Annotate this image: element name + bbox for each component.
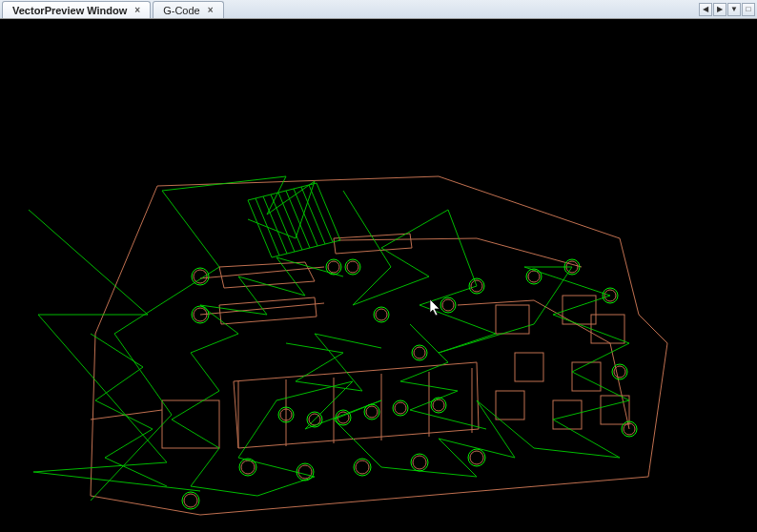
chevron-right-icon: ▶	[717, 5, 723, 13]
svg-point-30	[356, 460, 369, 474]
svg-point-58	[182, 492, 199, 509]
svg-point-17	[528, 271, 540, 282]
svg-rect-5	[572, 362, 601, 391]
svg-point-33	[184, 494, 197, 507]
svg-rect-7	[553, 400, 582, 429]
svg-point-12	[347, 261, 358, 273]
svg-point-11	[328, 261, 339, 273]
close-icon[interactable]: ×	[206, 6, 215, 15]
maximize-button[interactable]: □	[742, 3, 755, 16]
svg-point-13	[376, 309, 387, 320]
svg-point-29	[298, 465, 312, 479]
tab-bar: VectorPreview Window × G-Code × ◀ ▶ ▼ □	[0, 0, 757, 19]
svg-rect-1	[496, 305, 529, 334]
svg-point-55	[354, 459, 371, 476]
svg-rect-6	[496, 391, 524, 419]
tab-vector-preview[interactable]: VectorPreview Window ×	[2, 1, 151, 18]
svg-point-15	[442, 299, 454, 311]
svg-point-27	[433, 399, 444, 411]
svg-point-34	[192, 268, 209, 285]
svg-rect-4	[515, 353, 543, 381]
svg-point-28	[241, 460, 255, 474]
close-icon[interactable]: ×	[133, 6, 142, 15]
prev-tab-button[interactable]: ◀	[699, 3, 712, 16]
square-icon: □	[747, 5, 751, 13]
svg-point-32	[470, 451, 483, 464]
svg-point-31	[413, 456, 426, 469]
svg-point-57	[468, 449, 485, 466]
svg-point-25	[366, 406, 378, 418]
toolpath-render	[0, 19, 757, 532]
tabs-container: VectorPreview Window × G-Code ×	[2, 0, 224, 18]
tab-menu-button[interactable]: ▼	[727, 3, 741, 16]
svg-point-56	[411, 454, 428, 471]
tab-controls: ◀ ▶ ▼ □	[699, 2, 755, 17]
tab-label: VectorPreview Window	[12, 5, 127, 16]
chevron-left-icon: ◀	[703, 5, 708, 13]
chevron-down-icon: ▼	[730, 5, 738, 13]
svg-point-54	[297, 463, 314, 481]
tab-label: G-Code	[163, 5, 200, 16]
svg-point-26	[395, 402, 406, 414]
svg-point-53	[239, 459, 256, 476]
tab-gcode[interactable]: G-Code ×	[153, 1, 223, 18]
svg-point-14	[414, 347, 425, 358]
vector-preview-viewport[interactable]	[0, 19, 757, 532]
next-tab-button[interactable]: ▶	[713, 3, 726, 16]
